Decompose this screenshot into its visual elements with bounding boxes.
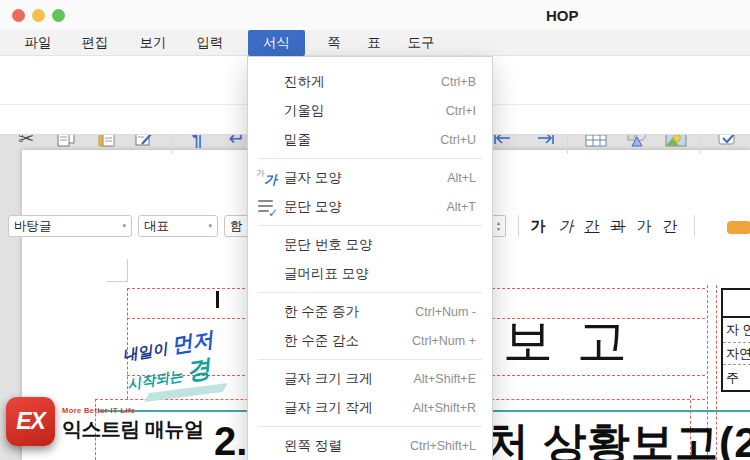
font-size-stepper[interactable]: ▲ ▼ bbox=[491, 215, 506, 237]
font-name-value: 함 bbox=[230, 218, 243, 235]
menu-item-label: 밑줄 bbox=[284, 131, 311, 149]
toolbar-separator bbox=[518, 215, 519, 237]
menu-item-bullet-shape[interactable]: 글머리표 모양 bbox=[248, 259, 492, 288]
menu-item-label: 문단 번호 모양 bbox=[284, 236, 373, 254]
banner-text: 경 bbox=[184, 354, 212, 384]
outline-preset-combobox[interactable]: 대표 ▾ bbox=[138, 215, 218, 237]
menu-item-shortcut: Ctrl+I bbox=[446, 104, 476, 118]
text-cursor bbox=[216, 291, 219, 308]
window-title: HOP bbox=[546, 7, 579, 24]
menu-item-label: 한 수준 증가 bbox=[284, 303, 359, 321]
underline-button[interactable]: 간 bbox=[580, 215, 604, 237]
document-heading-number: 2. bbox=[214, 419, 247, 460]
menu-item-increase-level[interactable]: 한 수준 증가 Ctrl+Num - bbox=[248, 297, 492, 326]
menu-table[interactable]: 표 bbox=[362, 30, 386, 56]
menu-item-shortcut: Ctrl+B bbox=[441, 75, 476, 89]
banner-text: 시작되는 bbox=[126, 367, 184, 392]
menu-item-shortcut: Ctrl+U bbox=[440, 133, 476, 147]
menu-separator bbox=[258, 292, 482, 293]
menu-separator bbox=[258, 158, 482, 159]
menu-item-char-shape[interactable]: 가 가 글자 모양 Alt+L bbox=[248, 163, 492, 192]
app-window: 내일이 먼저 시작되는 경 보 고 2. 처 상황보고(2일 자 연 자연 주 … bbox=[0, 0, 750, 460]
chevron-down-icon: ▾ bbox=[208, 222, 212, 230]
menu-file[interactable]: 파일 bbox=[19, 30, 57, 56]
style-preset-combobox[interactable]: 바탕글 ▾ bbox=[8, 215, 132, 237]
char-spacing-button[interactable]: 간 bbox=[658, 215, 682, 237]
menu-item-shortcut: Alt+T bbox=[446, 200, 476, 214]
menu-item-font-size-up[interactable]: 글자 크기 크게 Alt+Shift+E bbox=[248, 364, 492, 393]
menu-item-shortcut: Ctrl+Num + bbox=[412, 334, 476, 348]
menu-item-shortcut: Alt+L bbox=[447, 171, 476, 185]
menu-item-label: 문단 모양 bbox=[284, 198, 342, 216]
menu-item-shortcut: Alt+Shift+R bbox=[413, 401, 476, 415]
menu-item-underline[interactable]: 밑줄 Ctrl+U bbox=[248, 125, 492, 154]
menu-separator bbox=[258, 426, 482, 427]
menu-item-bold[interactable]: 진하게 Ctrl+B bbox=[248, 67, 492, 96]
minimize-window-button[interactable] bbox=[32, 9, 45, 22]
menu-item-shortcut: Ctrl+Shift+L bbox=[410, 439, 476, 453]
brand-logo-icon: EX bbox=[6, 397, 55, 446]
brand-name: 익스트림 매뉴얼 bbox=[62, 416, 204, 443]
bold-button[interactable]: 가 bbox=[526, 215, 550, 237]
chevron-down-icon: ▾ bbox=[122, 222, 126, 230]
toolbar-separator bbox=[694, 215, 695, 237]
menu-tools[interactable]: 도구 bbox=[402, 30, 440, 56]
menu-item-label: 글자 크기 작게 bbox=[284, 399, 373, 417]
menu-edit[interactable]: 편집 bbox=[76, 30, 114, 56]
zoom-window-button[interactable] bbox=[52, 9, 65, 22]
menu-view[interactable]: 보기 bbox=[134, 30, 172, 56]
document-heading-text: 처 상황보고(2일 bbox=[486, 414, 750, 460]
menu-item-font-size-down[interactable]: 글자 크기 작게 Alt+Shift+R bbox=[248, 393, 492, 422]
outline-preset-value: 대표 bbox=[144, 218, 169, 235]
table-row: 주 bbox=[723, 365, 750, 390]
brand-tagline: More Better IT Life bbox=[62, 406, 204, 415]
style-preset-value: 바탕글 bbox=[14, 218, 52, 235]
close-window-button[interactable] bbox=[12, 9, 25, 22]
para-shape-icon: ✓ bbox=[256, 196, 278, 218]
menu-item-label: 글자 모양 bbox=[284, 169, 342, 187]
menu-item-label: 진하게 bbox=[284, 73, 325, 91]
menu-separator bbox=[258, 359, 482, 360]
italic-button[interactable]: 가 bbox=[554, 215, 578, 237]
menu-item-label: 글자 크기 크게 bbox=[284, 370, 373, 388]
document-side-table[interactable]: 자 연 자연 주 bbox=[721, 288, 750, 392]
menu-item-label: 글머리표 모양 bbox=[284, 265, 369, 283]
menu-item-shortcut: Ctrl+Num - bbox=[415, 305, 476, 319]
char-shape-icon: 가 가 bbox=[256, 167, 278, 189]
menu-item-align-left[interactable]: 왼쪽 정렬 Ctrl+Shift+L bbox=[248, 431, 492, 460]
margin-corner-mark bbox=[127, 259, 128, 282]
menu-page[interactable]: 쪽 bbox=[320, 30, 348, 56]
menu-item-para-shape[interactable]: ✓ 문단 모양 Alt+T bbox=[248, 192, 492, 221]
menu-item-decrease-level[interactable]: 한 수준 감소 Ctrl+Num + bbox=[248, 326, 492, 355]
menu-item-italic[interactable]: 기울임 Ctrl+I bbox=[248, 96, 492, 125]
strikethrough-button[interactable]: 과 bbox=[606, 215, 630, 237]
menu-item-shortcut: Alt+Shift+E bbox=[413, 372, 476, 386]
table-row bbox=[723, 290, 750, 318]
menu-input[interactable]: 입력 bbox=[191, 30, 229, 56]
menu-item-label: 한 수준 감소 bbox=[284, 332, 359, 350]
menu-item-label: 왼쪽 정렬 bbox=[284, 437, 342, 455]
margin-corner-mark bbox=[107, 281, 128, 282]
menu-item-para-number-shape[interactable]: 문단 번호 모양 bbox=[248, 230, 492, 259]
highlight-color-button[interactable] bbox=[727, 221, 750, 234]
format-dropdown-menu: 진하게 Ctrl+B 기울임 Ctrl+I 밑줄 Ctrl+U 가 가 글자 모… bbox=[247, 56, 493, 460]
menu-bar: 파일 편집 보기 입력 서식 쪽 표 도구 bbox=[0, 30, 750, 56]
table-row: 자 연 bbox=[723, 318, 750, 343]
menu-format[interactable]: 서식 bbox=[248, 30, 305, 56]
title-bar: HOP bbox=[0, 0, 750, 30]
table-row: 자연 bbox=[723, 343, 750, 365]
menu-separator bbox=[258, 225, 482, 226]
menu-item-label: 기울임 bbox=[284, 102, 325, 120]
site-watermark: EX More Better IT Life 익스트림 매뉴얼 bbox=[6, 397, 204, 446]
document-title-text: 보 고 bbox=[503, 308, 632, 375]
text-color-button[interactable]: 가 bbox=[632, 215, 656, 237]
spin-down-icon: ▼ bbox=[496, 226, 501, 232]
